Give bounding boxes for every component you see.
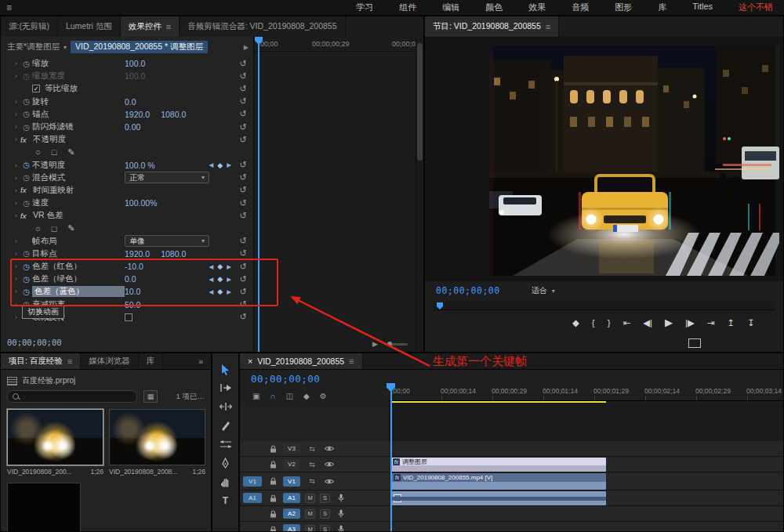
- track-lock-icon[interactable]: [267, 445, 279, 453]
- step-back-icon[interactable]: ◀|: [643, 317, 652, 328]
- track-lock-icon[interactable]: [267, 526, 279, 532]
- param-value[interactable]: 10.0: [125, 287, 140, 296]
- scrollbar-thumb[interactable]: [417, 43, 423, 161]
- reset-icon[interactable]: ↺: [238, 198, 249, 208]
- project-file-row[interactable]: 百度经验.prproj: [1, 370, 211, 388]
- extract-icon[interactable]: ↧: [747, 317, 755, 328]
- timeline-settings-wrench-icon[interactable]: ⚙: [320, 392, 327, 400]
- effect-name[interactable]: 不透明度: [33, 134, 66, 145]
- fx-badge-icon[interactable]: fx: [20, 136, 33, 144]
- add-keyframe-icon[interactable]: ◆: [217, 161, 223, 169]
- param-value[interactable]: 100.00%: [125, 198, 157, 208]
- tab-media-browser[interactable]: 媒体浏览器: [81, 353, 139, 369]
- clip-thumbnail[interactable]: [7, 409, 103, 465]
- track-lock-icon[interactable]: [267, 477, 279, 485]
- source-patch-slot[interactable]: [243, 443, 262, 454]
- falloff-invert-checkbox[interactable]: [125, 313, 132, 321]
- track-target-button[interactable]: V3: [283, 443, 300, 454]
- param-value[interactable]: 0.0: [125, 97, 136, 107]
- icon-view-toggle[interactable]: ▦: [143, 390, 158, 403]
- track-lock-icon[interactable]: [267, 510, 279, 518]
- linked-selection-icon[interactable]: ◫: [286, 392, 293, 400]
- project-item[interactable]: VID_20190808_200... 1;26: [7, 409, 103, 476]
- next-keyframe-icon[interactable]: ▶: [227, 288, 231, 295]
- type-tool[interactable]: T: [216, 494, 235, 507]
- play-toggle-icon[interactable]: ▶: [372, 340, 378, 348]
- razor-tool[interactable]: [216, 419, 235, 432]
- work-area-bar[interactable]: [390, 401, 606, 403]
- source-patch-slot[interactable]: [243, 524, 262, 531]
- twirl-icon[interactable]: ›: [12, 237, 20, 245]
- next-keyframe-icon[interactable]: ▶: [227, 263, 231, 270]
- mark-in-icon[interactable]: {: [592, 318, 595, 328]
- panel-menu-icon[interactable]: ≡: [67, 356, 72, 366]
- workspace-tab-custom[interactable]: 这个不错: [739, 2, 773, 13]
- source-patch-slot[interactable]: [243, 459, 262, 469]
- track-output-eye-icon[interactable]: [322, 461, 336, 468]
- tab-sequence[interactable]: × VID_20190808_200855 ≡: [240, 353, 363, 369]
- track-output-eye-icon[interactable]: [322, 445, 336, 452]
- stopwatch-icon[interactable]: ◷: [20, 97, 32, 106]
- master-clip-label[interactable]: 主要*调整图层: [7, 42, 60, 52]
- param-value[interactable]: 50.0: [125, 300, 140, 309]
- sync-lock-icon[interactable]: ⇆: [306, 461, 318, 469]
- program-monitor-video[interactable]: [489, 46, 779, 276]
- close-panel-icon[interactable]: ×: [248, 356, 252, 366]
- reset-icon[interactable]: ↺: [238, 135, 249, 145]
- source-patch-v1[interactable]: V1: [243, 476, 262, 487]
- keyframe-lane-ruler[interactable]: 00;00 00;00;00;29 00;00;01;29: [254, 37, 419, 52]
- hand-tool[interactable]: [216, 476, 235, 488]
- param-label[interactable]: 色差（蓝色）: [32, 286, 125, 297]
- app-menu-icon[interactable]: ≡: [6, 2, 12, 13]
- workspace-tab-graphics[interactable]: 图形: [615, 2, 632, 13]
- prev-keyframe-icon[interactable]: ◀: [209, 263, 214, 270]
- stopwatch-icon[interactable]: ◷: [20, 288, 32, 296]
- twirl-icon[interactable]: ›: [12, 110, 20, 118]
- effect-controls-timecode[interactable]: 00;00;00;00: [7, 338, 62, 347]
- pen-mask-icon[interactable]: ✎: [67, 147, 74, 157]
- playhead-line[interactable]: [258, 37, 260, 352]
- uniform-scale-checkbox[interactable]: ✓: [32, 85, 40, 92]
- clip-adjustment-layer[interactable]: fx 调整图层: [390, 458, 606, 472]
- track-lock-icon[interactable]: [267, 461, 279, 469]
- panel-menu-icon[interactable]: ≡: [349, 356, 354, 366]
- track-target-button[interactable]: A3: [283, 524, 300, 531]
- workspace-tab-learn[interactable]: 学习: [356, 2, 373, 13]
- twirl-icon[interactable]: ›: [12, 212, 20, 219]
- param-value[interactable]: 0.0: [125, 274, 136, 284]
- add-marker-icon[interactable]: ◆: [572, 317, 579, 328]
- blend-mode-select[interactable]: 正常 ▾: [125, 172, 209, 183]
- mark-out-icon[interactable]: }: [608, 318, 611, 328]
- reset-icon[interactable]: ↺: [238, 160, 249, 170]
- twirl-icon[interactable]: ›: [12, 186, 20, 194]
- pen-tool[interactable]: [216, 457, 235, 469]
- tab-libraries[interactable]: 库: [139, 353, 164, 369]
- sequence-thumbnail[interactable]: [7, 483, 81, 532]
- stopwatch-icon[interactable]: ◷: [20, 249, 32, 258]
- reset-icon[interactable]: ↺: [238, 71, 249, 81]
- timeline-timecode[interactable]: 00;00;00;00: [251, 373, 320, 385]
- step-forward-icon[interactable]: |▶: [685, 317, 695, 328]
- param-value-x[interactable]: 1920.0: [125, 110, 150, 119]
- tab-audio-clip-mixer[interactable]: 音频剪辑混合器: VID_20190808_200855: [180, 16, 345, 37]
- zoom-slider[interactable]: [387, 343, 408, 346]
- twirl-icon[interactable]: ›: [12, 301, 20, 309]
- insert-overwrite-icon[interactable]: ▣: [252, 392, 260, 400]
- program-timecode[interactable]: 00;00;00;00: [436, 285, 500, 296]
- track-lock-icon[interactable]: [267, 494, 279, 502]
- track-target-button[interactable]: V2: [283, 459, 300, 469]
- panel-menu-icon[interactable]: ≡: [546, 22, 550, 31]
- stopwatch-icon[interactable]: ◷: [20, 110, 32, 118]
- reset-icon[interactable]: ↺: [238, 312, 249, 322]
- sync-lock-icon[interactable]: ⇆: [306, 477, 318, 485]
- comparison-view-icon[interactable]: [688, 338, 701, 348]
- pen-mask-icon[interactable]: ✎: [67, 223, 74, 233]
- twirl-icon[interactable]: ›: [12, 288, 20, 295]
- mute-button[interactable]: M: [305, 509, 315, 519]
- workspace-tab-titles[interactable]: Titles: [692, 2, 713, 13]
- slip-tool[interactable]: [216, 438, 235, 451]
- more-panels-icon[interactable]: »: [191, 353, 211, 369]
- voiceover-mic-icon[interactable]: [336, 525, 347, 531]
- twirl-icon[interactable]: ›: [12, 136, 20, 143]
- stopwatch-icon[interactable]: ◷: [20, 275, 32, 284]
